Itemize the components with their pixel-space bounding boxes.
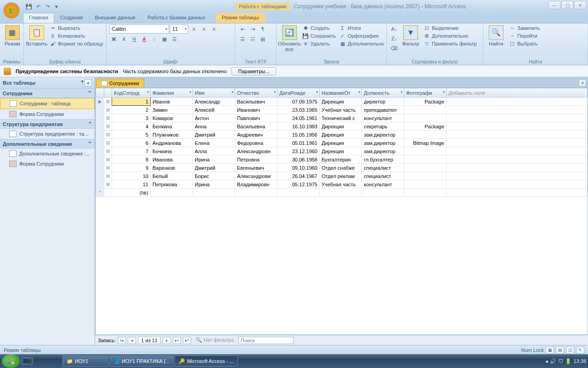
tray-icon[interactable]: 🔋 — [565, 358, 571, 364]
col-lastname[interactable]: Фамилия▾ — [151, 88, 193, 98]
cell-photo[interactable] — [404, 114, 447, 122]
cell-dob[interactable]: 07.09.1975 — [277, 98, 320, 106]
office-button[interactable]: ◧ — [3, 2, 20, 19]
cell-patronymic[interactable]: Федоровна — [235, 139, 277, 147]
table-row[interactable]: ⊞6АндриановаЕленаФедоровна05.01.1961Дире… — [96, 139, 588, 147]
underline-icon[interactable]: Ч — [130, 34, 139, 44]
expand-button[interactable]: ⊞ — [104, 131, 112, 139]
cell-id[interactable]: 1 — [112, 98, 151, 106]
row-selector[interactable] — [96, 139, 104, 147]
delete-record-button[interactable]: ✕Удалить — [301, 40, 337, 47]
font-size-combo[interactable]: 11 — [170, 24, 188, 34]
table-row[interactable]: ⊞9ВаренковДмитрийЕвгеньевич09.10.1960Отд… — [96, 164, 588, 172]
cell-department[interactable]: Отдел реклам — [320, 172, 362, 180]
cell-photo[interactable] — [404, 147, 447, 155]
cell-dob[interactable]: 24.05.1961 — [277, 114, 320, 122]
cell-empty[interactable] — [447, 114, 588, 122]
clock[interactable]: 13:38 — [573, 358, 586, 364]
tab-database-tools[interactable]: Работа с базами данных — [141, 13, 211, 23]
cell-position[interactable]: зам.директор — [362, 139, 404, 147]
row-selector[interactable] — [96, 147, 104, 155]
cell-patronymic[interactable]: Александрови — [235, 172, 277, 180]
cell-dob[interactable]: 09.10.1960 — [277, 164, 320, 172]
row-selector[interactable] — [96, 180, 104, 189]
next-record-button[interactable]: ▸ — [163, 337, 171, 344]
cell-firstname[interactable]: Дмитрий — [193, 131, 235, 139]
format-painter-button[interactable]: 🖌Формат по образцу — [49, 40, 104, 47]
first-record-button[interactable]: I◂ — [118, 337, 126, 344]
cell-department[interactable]: Дирекция — [320, 147, 362, 155]
chevron-down-icon[interactable]: ▾ — [443, 90, 445, 94]
language-indicator[interactable]: RU — [21, 357, 33, 365]
align-left-icon[interactable]: ≡ — [189, 24, 198, 34]
cell-patronymic[interactable]: Андреевич — [235, 131, 277, 139]
row-selector[interactable]: ▶ — [96, 98, 104, 106]
cell-photo[interactable]: Package — [404, 122, 447, 131]
cell-firstname[interactable]: Ирина — [193, 155, 235, 164]
security-options-button[interactable]: Параметры... — [232, 67, 277, 75]
tray-icon[interactable]: 🛡 — [558, 358, 563, 364]
table-row[interactable]: ⊞11ПетряковаИринаВладимировн05.12.1975Уч… — [96, 180, 588, 189]
col-patronymic[interactable]: Отчество▾ — [235, 88, 277, 98]
tray-icon[interactable]: 🔊 — [550, 358, 556, 364]
minimize-button[interactable]: — — [548, 1, 560, 9]
chevron-down-icon[interactable]: ▾ — [358, 90, 361, 94]
expand-button[interactable]: ⊞ — [104, 172, 112, 180]
font-color-icon[interactable]: А — [140, 34, 149, 44]
row-selector[interactable] — [96, 164, 104, 172]
cell-department[interactable]: Технический с — [320, 114, 362, 122]
row-selector[interactable] — [96, 122, 104, 131]
cell-position[interactable]: консультант — [362, 180, 404, 189]
chevron-down-icon[interactable]: ▾ — [147, 90, 149, 94]
cell-lastname[interactable]: Комаров — [151, 114, 193, 122]
nav-item-additional-table[interactable]: Дополнительные сведения :... — [0, 149, 95, 159]
expand-button[interactable]: ⊞ — [104, 106, 112, 114]
cell-department[interactable]: Дирекция — [320, 98, 362, 106]
save-record-button[interactable]: 💾Сохранить — [301, 32, 337, 40]
refresh-button[interactable]: 🔄Обновить все — [279, 24, 300, 53]
table-row[interactable]: ⊞4БелкинаАннаВасильевна16.10.1983Дирекци… — [96, 122, 588, 131]
cell-lastname[interactable]: Белкина — [151, 122, 193, 131]
find-button[interactable]: 🔍Найти — [486, 24, 506, 47]
cell-firstname[interactable]: Борис — [193, 172, 235, 180]
table-row[interactable]: ⊞8ИвановаИринаПетровна30.06.1958Бухгалте… — [96, 155, 588, 164]
nav-dropdown-icon[interactable]: ▾ — [81, 79, 84, 86]
cell-empty[interactable] — [447, 147, 588, 155]
nav-item-employees-form[interactable]: Форма Сотрудники — [0, 109, 95, 119]
cell-dob[interactable]: 23.03.1965 — [277, 106, 320, 114]
cell-patronymic[interactable]: Васильевна — [235, 122, 277, 131]
view-button[interactable]: ▦Режим — [3, 24, 22, 47]
cell-firstname[interactable]: Елена — [193, 139, 235, 147]
toggle-filter-button[interactable]: ▽Применить фильтр — [423, 40, 478, 47]
cell-department[interactable]: Учебная часть — [320, 106, 362, 114]
row-selector[interactable] — [96, 172, 104, 180]
cell-photo[interactable] — [404, 172, 447, 180]
col-department[interactable]: НазваниеОт▾ — [320, 88, 362, 98]
copy-button[interactable]: ⎘Копировать — [49, 32, 104, 40]
cell-position[interactable]: директор — [362, 98, 404, 106]
more-records-button[interactable]: ▦Дополнительно — [339, 40, 385, 47]
row-selector[interactable] — [96, 114, 104, 122]
cell-position[interactable]: специалист — [362, 172, 404, 180]
cell-id[interactable]: 2 — [112, 106, 151, 114]
row-selector-header[interactable] — [96, 88, 104, 98]
chart-view-button[interactable]: ◫ — [566, 346, 574, 354]
col-photo[interactable]: Фотографи▾ — [404, 88, 447, 98]
cell-empty[interactable] — [447, 155, 588, 164]
expand-button[interactable]: ⊞ — [104, 164, 112, 172]
redo-icon[interactable]: ↷ — [43, 2, 51, 11]
cell-position[interactable]: гл.бухгалтер — [362, 155, 404, 164]
maximize-button[interactable]: ▢ — [561, 1, 573, 9]
italic-icon[interactable]: К — [119, 34, 129, 44]
taskbar-item-word[interactable]: 📘ИОУ1 ПРАКТИКА [... — [109, 356, 174, 367]
cell-position[interactable]: секретарь — [362, 122, 404, 131]
col-id[interactable]: КодСотруд▾ — [112, 88, 151, 98]
font-name-combo[interactable]: Calibri — [109, 24, 169, 34]
bold-icon[interactable]: Ж — [109, 34, 119, 44]
tab-home[interactable]: Главная — [23, 13, 54, 23]
new-row[interactable]: *(№) — [96, 189, 588, 197]
ltr-icon[interactable]: ¶ — [258, 24, 267, 34]
selection-button[interactable]: ☑Выделение — [423, 24, 478, 32]
cell-empty[interactable] — [447, 139, 588, 147]
cell-empty[interactable] — [447, 106, 588, 114]
